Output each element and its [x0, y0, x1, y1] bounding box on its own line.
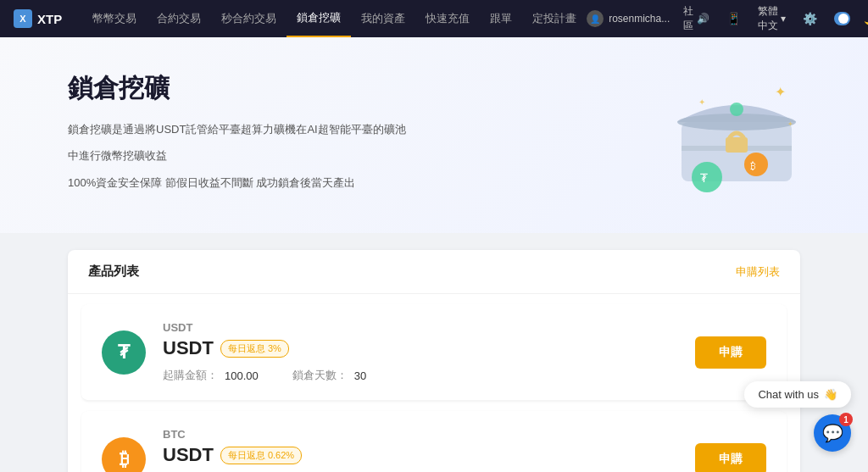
svg-point-10 — [744, 153, 768, 176]
nav-link-orders[interactable]: 跟單 — [480, 0, 522, 37]
min-purchase: 起購金額： 100.00 — [163, 368, 259, 383]
hero-desc-line1: 鎖倉挖礦是通過將USDT託管給平臺超算力礦機在AI超智能平臺的礦池 — [68, 119, 475, 139]
product-card-usdt: ₮ USDT USDT 每日返息 3% 起購金額： 100.00 鎖倉天數： 3… — [81, 304, 787, 401]
lock-days: 鎖倉天數： 30 — [292, 368, 366, 383]
svg-rect-3 — [726, 137, 748, 153]
coin-name-row: BTC — [163, 428, 695, 441]
hero-description: 鎖倉挖礦是通過將USDT託管給平臺超算力礦機在AI超智能平臺的礦池 中進行微幣挖… — [68, 119, 475, 192]
svg-text:✦: ✦ — [787, 120, 793, 128]
hero-section: 鎖倉挖礦 鎖倉挖礦是通過將USDT託管給平臺超算力礦機在AI超智能平臺的礦池 中… — [0, 37, 868, 233]
product-card-btc: ₿ BTC USDT 每日返息 0.62% 起購金額： 100.00 鎖倉天數：… — [81, 411, 787, 472]
product-list-title: 產品列表 — [88, 264, 139, 280]
nav-link-recharge[interactable]: 快速充值 — [415, 0, 480, 37]
logo[interactable]: X XTP — [14, 9, 62, 28]
hero-desc-line3: 100%資金安全保障 節假日收益不間斷 成功鎖倉後當天產出 — [68, 173, 475, 192]
chat-widget: Chat with us 👋 💬 1 — [744, 381, 851, 452]
coin-amount-row: USDT 每日返息 3% — [163, 337, 695, 359]
svg-text:₮: ₮ — [700, 171, 708, 185]
chat-wave-emoji: 👋 — [824, 388, 837, 401]
main-content: 產品列表 申購列表 ₮ USDT USDT 每日返息 3% 起購金額： 100.… — [0, 233, 868, 472]
product-cards: ₮ USDT USDT 每日返息 3% 起購金額： 100.00 鎖倉天數： 3… — [68, 304, 800, 472]
coin-symbol: BTC — [163, 428, 186, 441]
hero-illustration: ✦ ✦ ✦ ₮ ₿ — [656, 46, 817, 197]
coin-symbol: USDT — [163, 321, 192, 334]
navbar: X XTP 幣幣交易合約交易秒合約交易鎖倉挖礦我的資產快速充值跟單定投計畫 👤 … — [0, 0, 868, 37]
chat-bubble-text: Chat with us — [758, 388, 819, 401]
social-link[interactable]: 社區 🔊 — [683, 4, 709, 33]
hero-desc-line2: 中進行微幣挖礦收益 — [68, 146, 475, 165]
nav-link-plan[interactable]: 定投計畫 — [522, 0, 587, 37]
coin-amount: USDT — [163, 337, 214, 359]
user-menu[interactable]: 👤 rosenmicha... — [587, 10, 670, 27]
apply-list-link[interactable]: 申購列表 — [736, 264, 780, 280]
svg-text:✦: ✦ — [775, 85, 786, 99]
theme-toggle[interactable] — [834, 12, 850, 25]
coin-icon-btc: ₿ — [102, 437, 146, 472]
product-header: 產品列表 申購列表 — [68, 250, 800, 294]
nav-link-spot[interactable]: 幣幣交易 — [82, 0, 147, 37]
coin-name-row: USDT — [163, 321, 695, 334]
moon-icon: 🌙 — [864, 12, 868, 25]
min-purchase-value: 100.00 — [225, 369, 259, 382]
coin-info-usdt: USDT USDT 每日返息 3% 起購金額： 100.00 鎖倉天數： 30 — [163, 321, 695, 383]
username: rosenmicha... — [609, 13, 670, 25]
svg-text:₿: ₿ — [750, 160, 756, 172]
nav-right: 👤 rosenmicha... 社區 🔊 📱 繁體中文 ▾ ⚙️ 🌙 — [587, 4, 868, 33]
chat-icon: 💬 — [822, 423, 843, 443]
nav-link-assets[interactable]: 我的資產 — [351, 0, 415, 37]
mobile-icon[interactable]: 📱 — [723, 8, 744, 29]
lang-selector[interactable]: 繁體中文 ▾ — [758, 4, 786, 33]
svg-text:✦: ✦ — [698, 97, 705, 107]
coin-amount-row: USDT 每日返息 0.62% — [163, 444, 695, 466]
settings-icon[interactable]: ⚙️ — [799, 8, 821, 29]
chat-bubble[interactable]: Chat with us 👋 — [744, 381, 851, 408]
lock-days-value: 30 — [354, 369, 366, 382]
daily-rate: 每日返息 0.62% — [220, 447, 302, 464]
nav-link-mining[interactable]: 鎖倉挖礦 — [287, 0, 351, 37]
logo-icon: X — [14, 9, 32, 28]
chat-badge: 1 — [839, 413, 853, 426]
coin-details: 起購金額： 100.00 鎖倉天數： 30 — [163, 368, 695, 383]
apply-button-usdt[interactable]: 申購 — [695, 336, 766, 369]
chat-button[interactable]: 💬 1 — [814, 414, 851, 452]
coin-amount: USDT — [163, 444, 214, 466]
coin-icon-usdt: ₮ — [102, 330, 146, 375]
user-avatar: 👤 — [587, 10, 604, 27]
product-section: 產品列表 申購列表 ₮ USDT USDT 每日返息 3% 起購金額： 100.… — [68, 250, 800, 472]
nav-links: 幣幣交易合約交易秒合約交易鎖倉挖礦我的資產快速充值跟單定投計畫 — [82, 0, 587, 37]
svg-point-4 — [730, 103, 743, 116]
daily-rate: 每日返息 3% — [220, 340, 289, 358]
nav-link-futures[interactable]: 合約交易 — [147, 0, 211, 37]
coin-info-btc: BTC USDT 每日返息 0.62% 起購金額： 100.00 鎖倉天數： 3… — [163, 428, 695, 472]
nav-link-flash[interactable]: 秒合約交易 — [211, 0, 287, 37]
